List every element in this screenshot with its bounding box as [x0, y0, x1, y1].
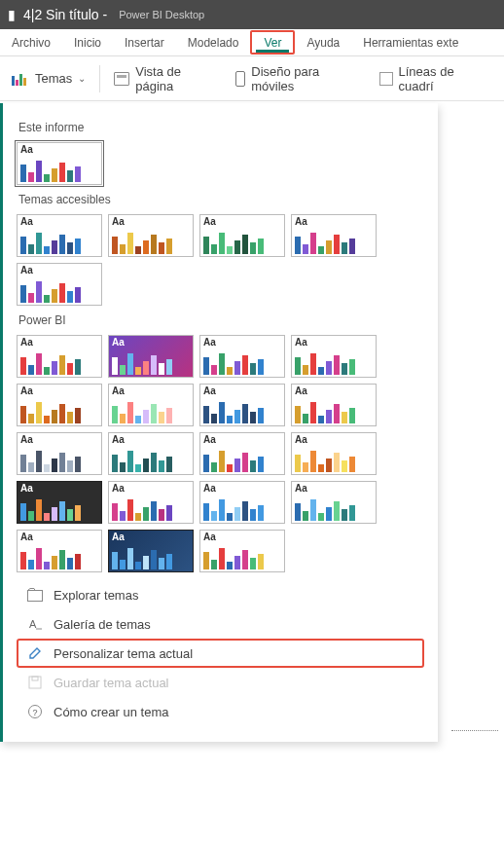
theme-bars	[203, 351, 281, 375]
theme-swatch[interactable]: Aa	[199, 214, 285, 257]
section-accesibles: Temas accesibles	[18, 193, 424, 206]
theme-aa-label: Aa	[295, 484, 373, 494]
theme-bars	[20, 497, 98, 521]
page-view-button[interactable]: Vista de página	[114, 64, 222, 93]
theme-bars	[203, 497, 281, 521]
theme-aa-label: Aa	[203, 435, 281, 445]
svg-text:?: ?	[33, 708, 38, 717]
chevron-down-icon: ⌄	[78, 73, 86, 84]
tab-ayuda[interactable]: Ayuda	[295, 29, 351, 55]
theme-swatch[interactable]: Aa	[17, 432, 102, 475]
ribbon-tabs: Archivo Inicio Insertar Modelado Ver Ayu…	[0, 29, 504, 56]
gridlines-label: Líneas de cuadrí	[399, 64, 492, 93]
theme-bars	[20, 279, 98, 303]
theme-aa-label: Aa	[203, 532, 281, 542]
theme-bars	[112, 497, 190, 521]
theme-bars	[295, 400, 373, 423]
theme-swatch[interactable]: Aa	[199, 432, 285, 475]
mobile-layout-label: Diseño para móviles	[251, 64, 365, 93]
theme-swatch[interactable]: Aa	[291, 481, 377, 524]
theme-aa-label: Aa	[112, 532, 190, 542]
checkbox-icon	[379, 72, 393, 86]
theme-bars	[112, 449, 190, 472]
grid-powerbi: AaAaAaAaAaAaAaAaAaAaAaAaAaAaAaAaAaAaAa	[17, 335, 424, 572]
document-title: 4|2 Sin título -	[23, 7, 107, 22]
theme-bars	[203, 231, 281, 254]
theme-aa-label: Aa	[295, 338, 373, 348]
theme-bars	[295, 351, 373, 375]
theme-swatch[interactable]: Aa	[108, 214, 194, 257]
pencil-icon	[26, 645, 44, 661]
theme-swatch[interactable]: Aa	[291, 432, 377, 475]
tab-archivo[interactable]: Archivo	[0, 29, 62, 55]
theme-bars	[20, 546, 98, 569]
theme-swatch[interactable]: Aa	[17, 142, 102, 185]
theme-swatch[interactable]: Aa	[108, 481, 194, 524]
phone-icon	[235, 71, 245, 87]
theme-swatch[interactable]: Aa	[291, 384, 377, 426]
page-view-label: Vista de página	[135, 64, 222, 93]
theme-bars	[112, 400, 190, 423]
svg-rect-0	[28, 591, 43, 602]
theme-bars	[203, 546, 281, 569]
theme-swatch[interactable]: Aa	[108, 530, 194, 572]
tab-inicio[interactable]: Inicio	[62, 29, 113, 55]
tab-herramientas[interactable]: Herramientas exte	[351, 29, 470, 55]
theme-aa-label: Aa	[20, 386, 98, 396]
theme-swatch[interactable]: Aa	[17, 481, 102, 524]
theme-swatch[interactable]: Aa	[199, 530, 285, 572]
theme-aa-label: Aa	[112, 484, 190, 494]
theme-swatch[interactable]: Aa	[108, 384, 194, 426]
theme-aa-label: Aa	[203, 386, 281, 396]
themes-dropdown[interactable]: Temas ⌄	[12, 71, 86, 86]
theme-aa-label: Aa	[112, 338, 190, 348]
theme-bars	[112, 546, 190, 569]
theme-aa-label: Aa	[112, 386, 190, 396]
theme-swatch[interactable]: Aa	[291, 335, 377, 378]
theme-aa-label: Aa	[295, 386, 373, 396]
theme-swatch[interactable]: Aa	[108, 335, 194, 378]
theme-aa-label: Aa	[20, 145, 98, 155]
theme-bars	[20, 159, 98, 182]
separator	[99, 65, 100, 92]
theme-bars	[203, 400, 281, 423]
save-theme-label: Guardar tema actual	[54, 676, 169, 690]
how-to-create-theme-item[interactable]: ? Cómo crear un tema	[17, 697, 424, 726]
theme-bars	[295, 449, 373, 472]
gridlines-toggle[interactable]: Líneas de cuadrí	[379, 64, 492, 93]
text-icon: A	[26, 616, 44, 632]
folder-icon	[26, 587, 44, 603]
themes-icon	[12, 72, 29, 86]
theme-swatch[interactable]: Aa	[199, 481, 285, 524]
app-icon: ▮	[8, 7, 16, 22]
tab-modelado[interactable]: Modelado	[176, 29, 251, 55]
theme-aa-label: Aa	[112, 435, 190, 445]
theme-swatch[interactable]: Aa	[17, 214, 102, 257]
theme-aa-label: Aa	[20, 266, 98, 275]
explore-themes-item[interactable]: Explorar temas	[17, 580, 424, 609]
theme-aa-label: Aa	[295, 435, 373, 445]
theme-swatch[interactable]: Aa	[17, 384, 102, 426]
theme-swatch[interactable]: Aa	[17, 335, 102, 378]
theme-aa-label: Aa	[20, 435, 98, 445]
customize-theme-item[interactable]: Personalizar tema actual	[17, 639, 424, 668]
theme-bars	[20, 231, 98, 254]
theme-swatch[interactable]: Aa	[17, 263, 102, 306]
explore-themes-label: Explorar temas	[54, 588, 138, 603]
theme-swatch[interactable]: Aa	[199, 384, 285, 426]
theme-aa-label: Aa	[20, 338, 98, 348]
mobile-layout-button[interactable]: Diseño para móviles	[235, 64, 365, 93]
tab-insertar[interactable]: Insertar	[113, 29, 176, 55]
tab-ver[interactable]: Ver	[250, 30, 295, 55]
theme-swatch[interactable]: Aa	[108, 432, 194, 475]
theme-bars	[112, 231, 190, 254]
svg-text:A: A	[29, 618, 37, 630]
theme-swatch[interactable]: Aa	[17, 530, 102, 572]
help-icon: ?	[26, 704, 44, 719]
theme-swatch[interactable]: Aa	[291, 214, 377, 257]
theme-gallery-link[interactable]: A Galería de temas	[17, 609, 424, 639]
theme-bars	[295, 497, 373, 521]
theme-swatch[interactable]: Aa	[199, 335, 285, 378]
app-name: Power BI Desktop	[119, 9, 204, 20]
save-theme-item: Guardar tema actual	[17, 668, 424, 697]
